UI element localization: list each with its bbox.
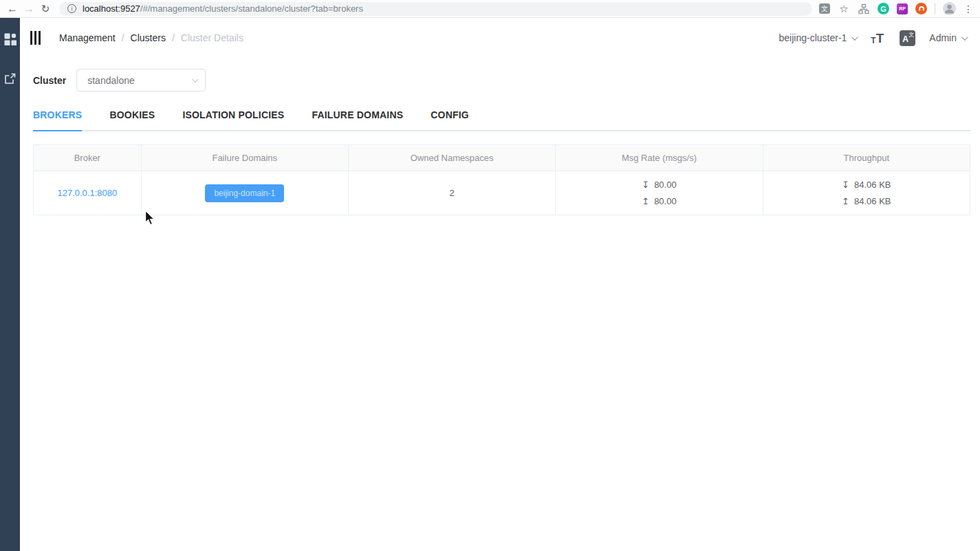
language-switch-icon[interactable]: A 文 xyxy=(900,30,915,46)
table-header-row: Broker Failure Domains Owned Namespaces … xyxy=(34,145,970,171)
breadcrumb-separator: / xyxy=(122,32,124,43)
left-sidebar xyxy=(0,18,20,551)
app-root: Management / Clusters / Cluster Details … xyxy=(0,18,980,551)
cluster-select[interactable]: standalone xyxy=(76,69,206,91)
rp-extension-icon[interactable]: RP xyxy=(897,3,908,14)
cluster-selector-row: Cluster standalone xyxy=(20,69,980,91)
header-actions: beijing-cluster-1 TT A 文 Admin xyxy=(779,30,966,46)
tab-isolation-policies[interactable]: ISOLATION POLICIES xyxy=(182,109,284,130)
breadcrumb: Management / Clusters / Cluster Details xyxy=(59,32,243,43)
browser-profile-avatar[interactable] xyxy=(943,2,956,15)
msg-rate-out-value: 80.00 xyxy=(654,197,677,206)
chrome-divider xyxy=(935,3,935,14)
cluster-switcher-dropdown[interactable]: beijing-cluster-1 xyxy=(779,32,857,43)
failure-domains-cell: beijing-domain-1 xyxy=(141,171,348,215)
chevron-down-icon xyxy=(851,34,858,41)
column-header-throughput: Throughput xyxy=(763,145,970,171)
tab-config[interactable]: CONFIG xyxy=(431,109,469,130)
main-content: Management / Clusters / Cluster Details … xyxy=(20,18,980,551)
orange-extension-icon[interactable] xyxy=(915,3,927,14)
column-header-owned-namespaces: Owned Namespaces xyxy=(348,145,555,171)
grammarly-extension-icon[interactable]: G xyxy=(878,3,889,14)
column-header-msg-rate: Msg Rate (msgs/s) xyxy=(556,145,763,171)
msg-rate-in-value: 80.00 xyxy=(654,180,677,189)
translate-extension-icon[interactable]: 文 xyxy=(819,3,830,14)
msg-rate-cell: ↧ 80.00 ↥ 80.00 xyxy=(556,171,763,215)
sidebar-toggle-icon[interactable] xyxy=(29,30,42,46)
user-menu-value: Admin xyxy=(929,32,957,43)
throughput-out-value: 84.06 KB xyxy=(854,197,891,206)
out-rate-icon: ↥ xyxy=(642,197,649,206)
tab-bar: BROKERS BOOKIES ISOLATION POLICIES FAILU… xyxy=(33,109,970,131)
column-header-failure-domains: Failure Domains xyxy=(141,145,348,171)
column-header-broker: Broker xyxy=(34,145,142,171)
browser-menu-icon[interactable]: ⋮ xyxy=(963,3,973,14)
throughput-in-value: 84.06 KB xyxy=(854,180,891,189)
external-link-icon[interactable] xyxy=(4,73,16,87)
browser-chrome: ← → ↻ i localhost:9527 /#/management/clu… xyxy=(0,0,980,18)
tab-brokers[interactable]: BROKERS xyxy=(33,109,82,131)
user-menu-dropdown[interactable]: Admin xyxy=(929,32,966,43)
dashboard-grid-icon[interactable] xyxy=(4,33,17,48)
url-path: /#/management/clusters/standalone/cluste… xyxy=(140,3,363,14)
page-info-icon[interactable]: i xyxy=(67,4,76,13)
in-rate-icon: ↧ xyxy=(842,180,849,189)
breadcrumb-cluster-details: Cluster Details xyxy=(181,32,243,43)
breadcrumb-management[interactable]: Management xyxy=(59,32,116,43)
chevron-down-icon xyxy=(961,34,968,41)
out-rate-icon: ↥ xyxy=(842,197,849,206)
sitemap-extension-icon[interactable] xyxy=(858,3,870,15)
app-header: Management / Clusters / Cluster Details … xyxy=(20,18,980,58)
browser-back-button[interactable]: ← xyxy=(4,1,21,17)
browser-forward-button[interactable]: → xyxy=(21,1,37,17)
cluster-switcher-value: beijing-cluster-1 xyxy=(779,32,847,43)
breadcrumb-separator: / xyxy=(172,32,175,43)
chevron-down-icon xyxy=(192,76,199,83)
tab-failure-domains[interactable]: FAILURE DOMAINS xyxy=(312,109,403,130)
table-row: 127.0.0.1:8080 beijing-domain-1 2 ↧ 80.0… xyxy=(34,171,970,215)
owned-namespaces-cell: 2 xyxy=(348,171,555,215)
brokers-table: Broker Failure Domains Owned Namespaces … xyxy=(33,144,970,215)
url-host: localhost:9527 xyxy=(83,3,140,14)
font-size-icon[interactable]: TT xyxy=(871,32,884,45)
throughput-cell: ↧ 84.06 KB ↥ 84.06 KB xyxy=(763,171,970,215)
bookmark-star-icon[interactable]: ☆ xyxy=(838,3,850,15)
tab-bookies[interactable]: BOOKIES xyxy=(109,109,155,130)
in-rate-icon: ↧ xyxy=(642,180,649,189)
cluster-select-value: standalone xyxy=(87,75,192,86)
broker-link[interactable]: 127.0.0.1:8080 xyxy=(57,188,117,198)
cluster-label: Cluster xyxy=(33,75,66,86)
failure-domain-tag[interactable]: beijing-domain-1 xyxy=(205,184,284,202)
browser-reload-button[interactable]: ↻ xyxy=(37,1,54,17)
browser-extensions: 文 ☆ G RP ⋮ xyxy=(819,2,976,15)
broker-cell: 127.0.0.1:8080 xyxy=(34,171,142,215)
breadcrumb-clusters[interactable]: Clusters xyxy=(131,32,166,43)
address-bar[interactable]: i localhost:9527 /#/management/clusters/… xyxy=(59,2,812,16)
